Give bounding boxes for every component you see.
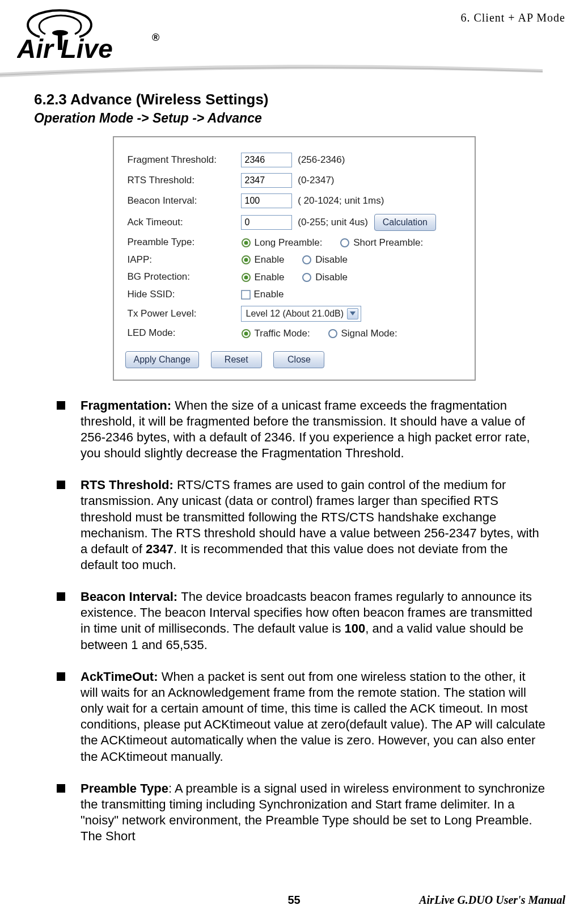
rts-threshold-title: RTS Threshold: — [81, 478, 177, 492]
led-traffic-label: Traffic Mode: — [255, 328, 310, 339]
bullet-icon — [57, 784, 65, 793]
calculation-button[interactable]: Calculation — [374, 214, 436, 231]
ack-timeout-label: Ack Timeout: — [125, 211, 239, 234]
led-traffic-radio[interactable] — [241, 329, 251, 339]
ack-timeout-input[interactable] — [241, 215, 292, 230]
bg-protection-label: BG Protection: — [125, 268, 239, 286]
rts-threshold-item: RTS Threshold: RTS/CTS frames are used t… — [57, 477, 545, 573]
led-signal-radio[interactable] — [328, 329, 338, 339]
bullet-icon — [57, 592, 65, 601]
svg-point-8 — [244, 258, 248, 262]
breadcrumb: Operation Mode -> Setup -> Advance — [34, 111, 565, 126]
reset-button[interactable]: Reset — [211, 351, 262, 368]
chapter-reference: 6. Client + AP Mode — [460, 11, 565, 24]
close-button[interactable]: Close — [273, 351, 324, 368]
rts-threshold-label: RTS Threshold: — [125, 170, 239, 191]
fragmentation-title: Fragmentation: — [81, 398, 175, 412]
beacon-interval-label: Beacon Interval: — [125, 191, 239, 211]
tx-power-value: Level 12 (About 21.0dB) — [246, 309, 344, 319]
bg-disable-radio[interactable] — [302, 272, 312, 283]
ack-timeout-title: AckTimeOut: — [81, 669, 158, 684]
bg-enable-label: Enable — [255, 272, 285, 283]
fragment-threshold-label: Fragment Threshold: — [125, 150, 239, 170]
ack-timeout-item: AckTimeOut: When a packet is sent out fr… — [57, 669, 545, 765]
led-signal-label: Signal Mode: — [341, 328, 397, 339]
advance-settings-panel: Fragment Threshold: (256-2346) RTS Thres… — [113, 136, 476, 381]
beacon-interval-input[interactable] — [241, 193, 292, 208]
rts-threshold-bold: 2347 — [146, 542, 174, 556]
fragment-threshold-hint: (256-2346) — [298, 154, 345, 165]
svg-point-9 — [303, 256, 311, 264]
hide-ssid-label: Hide SSID: — [125, 286, 239, 304]
long-preamble-label: Long Preamble: — [255, 237, 323, 248]
tx-power-select[interactable]: Level 12 (About 21.0dB) — [241, 306, 362, 322]
ack-timeout-hint: (0-255; unit 4us) — [298, 217, 368, 228]
beacon-interval-item: Beacon Interval: The device broadcasts b… — [57, 589, 545, 653]
section-heading: 6.2.3 Advance (Wireless Settings) — [34, 91, 565, 108]
iapp-enable-radio[interactable] — [241, 255, 251, 265]
beacon-interval-hint: ( 20-1024; unit 1ms) — [298, 195, 384, 206]
bg-disable-label: Disable — [315, 272, 348, 283]
bullet-icon — [57, 481, 65, 489]
long-preamble-radio[interactable] — [241, 238, 251, 248]
manual-title: AirLive G.DUO User's Manual — [419, 894, 565, 907]
svg-point-6 — [341, 239, 349, 247]
bullet-icon — [57, 401, 65, 410]
iapp-label: IAPP: — [125, 251, 239, 269]
fragmentation-item: Fragmentation: When the size of a unicas… — [57, 398, 545, 462]
iapp-disable-radio[interactable] — [302, 255, 312, 265]
iapp-enable-label: Enable — [255, 254, 285, 265]
svg-point-11 — [244, 275, 248, 279]
svg-point-12 — [303, 273, 311, 281]
preamble-type-item: Preamble Type: A preamble is a signal us… — [57, 781, 545, 845]
airlive-logo: Air Live ® — [17, 6, 176, 65]
preamble-type-label: Preamble Type: — [125, 234, 239, 251]
apply-change-button[interactable]: Apply Change — [125, 351, 200, 368]
fragment-threshold-input[interactable] — [241, 153, 292, 167]
beacon-interval-title: Beacon Interval: — [81, 589, 181, 604]
short-preamble-radio[interactable] — [340, 238, 350, 248]
svg-text:Air Live: Air Live — [17, 34, 113, 62]
beacon-interval-bold: 100 — [345, 621, 366, 635]
hide-ssid-checkbox[interactable] — [241, 290, 251, 300]
led-mode-label: LED Mode: — [125, 325, 239, 342]
rts-threshold-hint: (0-2347) — [298, 175, 334, 186]
page-number: 55 — [287, 894, 300, 907]
header-swoosh — [0, 62, 543, 79]
svg-rect-13 — [242, 290, 250, 299]
rts-threshold-input[interactable] — [241, 173, 292, 188]
svg-point-5 — [244, 241, 248, 245]
page-footer: 55 AirLive G.DUO User's Manual — [0, 894, 588, 907]
svg-point-15 — [244, 331, 248, 335]
iapp-disable-label: Disable — [315, 254, 348, 265]
hide-ssid-enable-label: Enable — [254, 289, 284, 300]
svg-text:®: ® — [152, 32, 159, 43]
svg-point-16 — [329, 330, 337, 338]
tx-power-label: Tx Power Level: — [125, 303, 239, 325]
chevron-down-icon — [347, 308, 358, 319]
short-preamble-label: Short Preamble: — [353, 237, 423, 248]
bg-enable-radio[interactable] — [241, 272, 251, 283]
description-list: Fragmentation: When the size of a unicas… — [57, 398, 545, 845]
bullet-icon — [57, 672, 65, 681]
preamble-type-title: Preamble Type — [81, 781, 168, 795]
